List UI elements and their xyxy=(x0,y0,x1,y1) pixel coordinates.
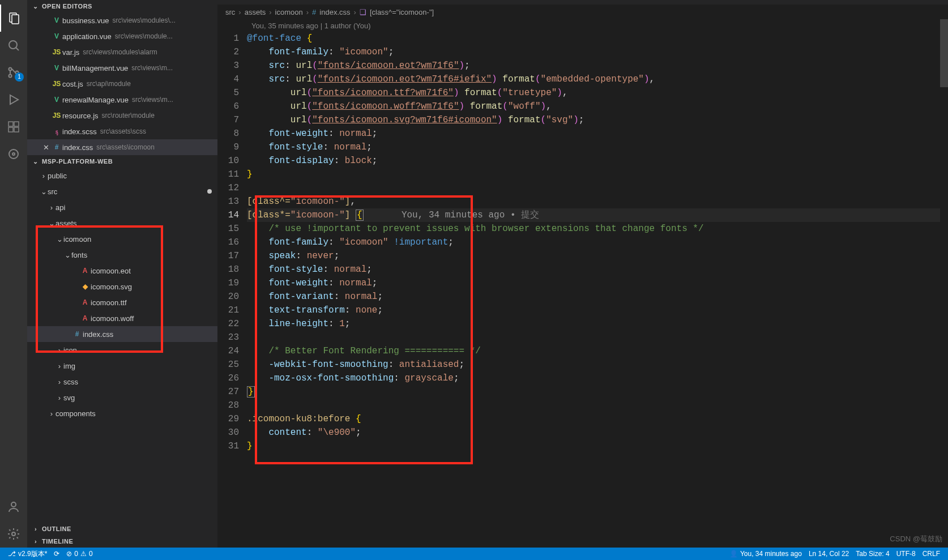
tree-folder[interactable]: ›public xyxy=(27,168,217,183)
file-name: icomoon.ttf xyxy=(91,298,127,307)
scrollbar-vertical[interactable] xyxy=(940,19,948,548)
open-editors-list: Vbussiness.vuesrc\views\modules\...Vappl… xyxy=(27,12,217,155)
open-editor-item[interactable]: VrenewalManage.vuesrc\views\m... xyxy=(27,92,217,108)
file-icon: A xyxy=(79,314,91,322)
code-editor[interactable]: 1234567891011121314151617181920212223242… xyxy=(217,32,948,548)
outline-header[interactable]: › OUTLINE xyxy=(27,523,217,535)
close-icon[interactable]: ✕ xyxy=(41,143,51,152)
chevron-icon: › xyxy=(55,394,63,402)
tree-file[interactable]: Aicomoon.eot xyxy=(27,263,217,279)
status-tabsize[interactable]: Tab Size: 4 xyxy=(852,550,893,558)
status-branch[interactable]: ⎇ v2.9版本* xyxy=(5,549,50,559)
open-editor-item[interactable]: Vbussiness.vuesrc\views\modules\... xyxy=(27,12,217,28)
tree-file[interactable]: Aicomoon.ttf xyxy=(27,294,217,310)
explorer-icon[interactable] xyxy=(0,5,27,32)
svg-point-12 xyxy=(9,149,18,159)
tree-file[interactable]: Aicomoon.woff xyxy=(27,310,217,326)
status-blame[interactable]: 👤 You, 34 minutes ago xyxy=(726,550,805,558)
scrollbar-thumb[interactable] xyxy=(940,19,948,87)
chevron-right-icon: › xyxy=(354,8,356,16)
folder-name: assets xyxy=(55,219,77,228)
open-editors-header[interactable]: ⌄ OPEN EDITORS xyxy=(27,0,217,12)
timeline-header[interactable]: › TIMELINE xyxy=(27,535,217,548)
file-icon: JS xyxy=(51,80,62,88)
scm-badge: 1 xyxy=(15,72,24,82)
folder-name: fonts xyxy=(71,251,87,259)
tabs-row xyxy=(217,0,948,5)
chevron-right-icon: › xyxy=(269,8,271,16)
status-eol[interactable]: CRLF xyxy=(919,550,943,558)
account-icon[interactable] xyxy=(0,493,27,520)
tree-folder[interactable]: ›img xyxy=(27,358,217,374)
tree-folder[interactable]: ›api xyxy=(27,199,217,215)
tree-folder[interactable]: ⌄fonts xyxy=(27,247,217,263)
status-ln-col[interactable]: Ln 14, Col 22 xyxy=(805,550,852,558)
search-icon[interactable] xyxy=(0,32,27,59)
file-icon: # xyxy=(71,330,83,338)
svg-rect-11 xyxy=(14,127,19,132)
extensions-icon[interactable] xyxy=(0,113,27,140)
file-path: src\views\m... xyxy=(132,96,173,104)
open-editor-item[interactable]: JSvar.jssrc\views\modules\alarm xyxy=(27,44,217,60)
open-editor-item[interactable]: JScost.jssrc\api\module xyxy=(27,76,217,92)
chevron-down-icon: ⌄ xyxy=(32,3,40,10)
chevron-right-icon: › xyxy=(238,8,241,16)
open-editor-item[interactable]: ᶊindex.scsssrc\assets\scss xyxy=(27,123,217,139)
status-problems[interactable]: ⊘0 ⚠0 xyxy=(63,550,96,558)
file-name: billManagement.vue xyxy=(62,64,128,72)
file-icon: V xyxy=(51,64,62,72)
open-editor-item[interactable]: ✕#index.csssrc\assets\icomoon xyxy=(27,139,217,155)
status-bar: ⎇ v2.9版本* ⟳ ⊘0 ⚠0 👤 You, 34 minutes ago … xyxy=(0,548,948,560)
editor-pane: src › assets › icomoon › # index.css › ❑… xyxy=(217,0,948,548)
tree-folder[interactable]: ›svg xyxy=(27,390,217,405)
tree-folder[interactable]: ›components xyxy=(27,405,217,421)
chevron-down-icon: ⌄ xyxy=(32,158,40,165)
branch-name: v2.9版本* xyxy=(18,549,47,559)
project-label: MSP-PLATFORM-WEB xyxy=(42,158,113,165)
breadcrumb-symbol[interactable]: [class^="icomoon-"] xyxy=(370,8,434,16)
tree-folder[interactable]: ›icon xyxy=(27,342,217,358)
file-name: application.vue xyxy=(62,32,112,41)
tree-folder[interactable]: ⌄assets xyxy=(27,215,217,231)
breadcrumb[interactable]: src › assets › icomoon › # index.css › ❑… xyxy=(217,5,948,19)
codelens-authors[interactable]: You, 35 minutes ago | 1 author (You) xyxy=(217,19,948,32)
gitlens-icon[interactable] xyxy=(0,140,27,168)
svg-point-13 xyxy=(12,153,15,155)
modified-dot-icon xyxy=(207,189,212,194)
explorer-tree: ›public⌄src›api⌄assets⌄icomoon⌄fontsAico… xyxy=(27,168,217,523)
tree-file[interactable]: #index.css xyxy=(27,326,217,342)
chevron-icon: › xyxy=(48,409,55,418)
settings-gear-icon[interactable] xyxy=(0,520,27,548)
chevron-icon: › xyxy=(55,362,63,370)
folder-name: svg xyxy=(63,394,75,402)
breadcrumb-part[interactable]: assets xyxy=(245,8,266,16)
status-encoding[interactable]: UTF-8 xyxy=(893,550,919,558)
source-control-icon[interactable]: 1 xyxy=(0,59,27,86)
status-sync[interactable]: ⟳ xyxy=(50,550,63,558)
breadcrumb-part[interactable]: icomoon xyxy=(275,8,303,16)
file-name: renewalManage.vue xyxy=(62,96,129,104)
open-editor-item[interactable]: JSresource.jssrc\router\module xyxy=(27,108,217,123)
chevron-right-icon: › xyxy=(306,8,309,16)
file-path: src\assets\scss xyxy=(100,127,146,135)
tree-file[interactable]: ◆icomoon.svg xyxy=(27,279,217,294)
folder-name: img xyxy=(63,362,75,370)
breadcrumb-part[interactable]: src xyxy=(225,8,235,16)
tree-folder[interactable]: ⌄icomoon xyxy=(27,231,217,247)
tree-folder[interactable]: ⌄src xyxy=(27,183,217,199)
chevron-right-icon: › xyxy=(32,538,40,545)
code-content[interactable]: @font-face { font-family: "icomoon"; src… xyxy=(247,32,948,548)
file-name: icomoon.woff xyxy=(91,314,134,323)
run-debug-icon[interactable] xyxy=(0,86,27,113)
open-editor-item[interactable]: Vapplication.vuesrc\views\module... xyxy=(27,28,217,44)
activity-bar: 1 xyxy=(0,0,27,548)
css-file-icon: # xyxy=(312,8,316,16)
chevron-icon: › xyxy=(40,172,48,180)
file-path: src\api\module xyxy=(87,80,131,88)
open-editor-item[interactable]: VbillManagement.vuesrc\views\m... xyxy=(27,60,217,76)
svg-rect-1 xyxy=(12,15,19,24)
breadcrumb-file[interactable]: index.css xyxy=(319,8,350,16)
tree-folder[interactable]: ›scss xyxy=(27,374,217,390)
project-header[interactable]: ⌄ MSP-PLATFORM-WEB xyxy=(27,155,217,168)
chevron-right-icon: › xyxy=(32,525,40,532)
